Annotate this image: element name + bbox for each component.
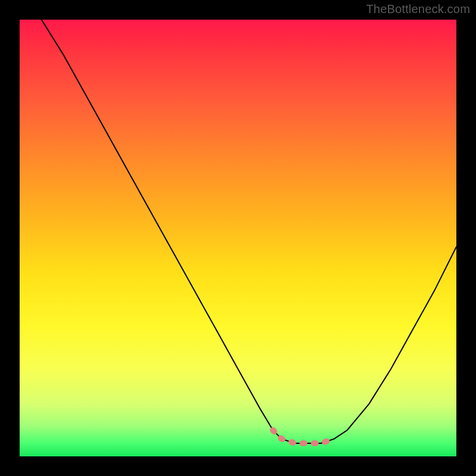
chart-plot-area	[20, 20, 456, 456]
chart-svg	[20, 20, 456, 456]
watermark-text: TheBottleneck.com	[366, 2, 470, 16]
bottleneck-curve-path	[42, 20, 456, 443]
highlight-band-path	[273, 430, 334, 443]
